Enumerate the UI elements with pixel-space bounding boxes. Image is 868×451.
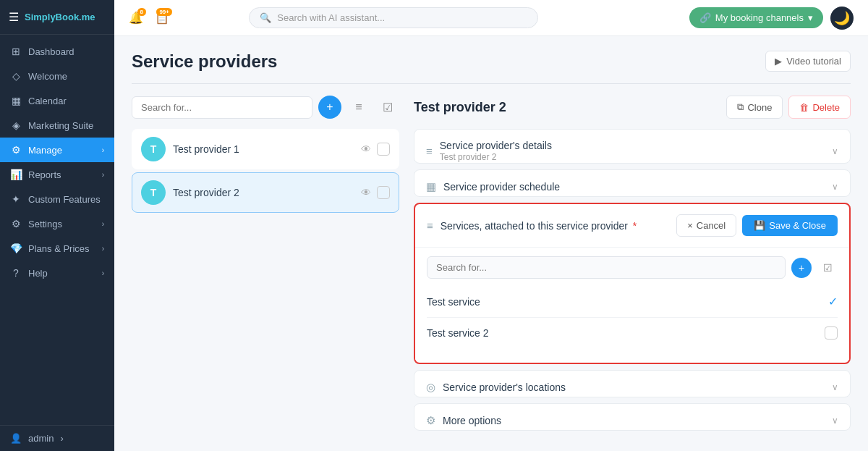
required-asterisk: * (633, 220, 637, 232)
delete-label: Delete (812, 102, 840, 113)
content: Service providers ▶ Video tutorial + ≡ ☑… (114, 36, 868, 451)
add-provider-button[interactable]: + (318, 96, 341, 119)
save-icon: 💾 (754, 220, 765, 231)
calendar-icon: ▦ (10, 95, 22, 106)
provider-checkbox[interactable] (377, 186, 390, 199)
section-details-header[interactable]: ≡ Service provider's details Test provid… (414, 130, 850, 164)
schedule-icon: ▦ (426, 180, 436, 193)
service-name: Test service (427, 296, 828, 308)
save-label: Save & Close (769, 220, 826, 231)
admin-icon: 👤 (10, 433, 22, 444)
chevron-down-icon: ∨ (832, 146, 838, 156)
services-cancel-button[interactable]: × Cancel (676, 214, 736, 237)
services-save-button[interactable]: 💾 Save & Close (742, 215, 838, 236)
clone-label: Clone (747, 102, 772, 113)
sidebar-item-dashboard[interactable]: ⊞ Dashboard (0, 39, 114, 64)
provider-item[interactable]: T Test provider 2 👁 (132, 172, 399, 213)
section-more: ⚙ More options ∨ (414, 403, 851, 431)
add-service-button[interactable]: + (791, 258, 812, 278)
chevron-down-icon: ∨ (832, 416, 838, 426)
delete-button[interactable]: 🗑 Delete (788, 96, 851, 119)
select-all-button[interactable]: ☑ (376, 96, 399, 119)
search-bar[interactable]: 🔍 Search with AI assistant... (249, 7, 538, 28)
chevron-right-icon: › (102, 245, 104, 253)
service-checkbox[interactable] (825, 326, 838, 340)
video-tutorial-button[interactable]: ▶ Video tutorial (765, 51, 851, 72)
topbar-right: 🔗 My booking channels ▾ 🌙 (689, 7, 854, 30)
clone-button[interactable]: ⧉ Clone (726, 96, 783, 119)
main-area: 🔔 8 📋 99+ 🔍 Search with AI assistant... … (114, 0, 868, 451)
detail-header: Test provider 2 ⧉ Clone 🗑 Delete (414, 96, 851, 119)
list-view-button[interactable]: ≡ (347, 96, 370, 119)
sidebar-item-label: Calendar (28, 96, 67, 106)
sidebar-header: ☰ SimplyBook.me (0, 0, 114, 35)
panel-toolbar: + ≡ ☑ (132, 96, 399, 119)
sidebar-item-marketing[interactable]: ◈ Marketing Suite (0, 113, 114, 138)
clone-icon: ⧉ (737, 101, 744, 113)
chevron-down-icon: ▾ (808, 12, 813, 23)
x-icon: × (687, 220, 693, 231)
location-icon: ◎ (426, 381, 435, 394)
section-services-header[interactable]: ≡ Services, attached to this service pro… (415, 204, 849, 248)
play-icon: ▶ (775, 56, 782, 67)
chevron-right-icon: › (102, 220, 104, 228)
section-schedule-header[interactable]: ▦ Service provider schedule ∨ (414, 170, 850, 197)
eye-icon[interactable]: 👁 (361, 143, 371, 155)
provider-name: Test provider 2 (173, 187, 354, 198)
provider-name: Test provider 1 (173, 143, 354, 155)
chevron-right-icon: › (102, 146, 104, 154)
sidebar-item-settings[interactable]: ⚙ Settings › (0, 211, 114, 236)
sidebar-item-reports[interactable]: 📊 Reports › (0, 162, 114, 187)
sidebar-item-label: Marketing Suite (28, 120, 93, 131)
custom-icon: ✦ (10, 193, 22, 205)
sidebar-item-label: Reports (28, 169, 61, 180)
trash-icon: 🗑 (799, 102, 809, 113)
logo: SimplyBook.me (25, 12, 95, 22)
chevron-right-icon: › (60, 433, 63, 444)
chevron-down-icon: ∨ (832, 382, 838, 392)
admin-item[interactable]: 👤 admin › (10, 433, 104, 444)
topbar: 🔔 8 📋 99+ 🔍 Search with AI assistant... … (114, 0, 868, 36)
settings-icon: ⚙ (10, 218, 22, 229)
search-placeholder: Search with AI assistant... (277, 12, 385, 23)
select-all-services-button[interactable]: ☑ (817, 258, 838, 278)
services-search-input[interactable] (427, 256, 786, 279)
notification-bell[interactable]: 🔔 8 (129, 11, 143, 25)
providers-search-input[interactable] (132, 96, 312, 119)
page-header: Service providers ▶ Video tutorial (132, 51, 851, 72)
service-check-icon[interactable]: ✓ (828, 295, 838, 308)
sidebar-item-label: Manage (28, 145, 62, 156)
tasks-icon-wrapper[interactable]: 📋 99+ (155, 11, 169, 25)
sidebar-item-manage[interactable]: ⚙ Manage › (0, 138, 114, 162)
section-services-label: Services, attached to this service provi… (441, 220, 637, 232)
service-item: Test service ✓ (427, 286, 838, 318)
section-locations-label: Service provider's locations (443, 382, 825, 393)
detail-panel: Test provider 2 ⧉ Clone 🗑 Delete (414, 96, 851, 451)
sidebar-item-plans[interactable]: 💎 Plans & Prices › (0, 236, 114, 261)
eye-icon[interactable]: 👁 (361, 187, 371, 198)
sidebar-footer: 👤 admin › (0, 425, 114, 451)
section-services: ≡ Services, attached to this service pro… (414, 203, 851, 364)
booking-btn-label: My booking channels (715, 12, 804, 23)
services-expanded: + ☑ Test service ✓ Test service 2 (415, 256, 849, 360)
provider-checkbox[interactable] (377, 143, 390, 156)
sidebar-item-welcome[interactable]: ◇ Welcome (0, 64, 114, 88)
section-locations-header[interactable]: ◎ Service provider's locations ∨ (414, 371, 850, 397)
booking-channels-button[interactable]: 🔗 My booking channels ▾ (689, 7, 823, 28)
sidebar-item-label: Plans & Prices (28, 243, 90, 254)
chevron-right-icon: › (102, 269, 104, 277)
services-header-actions: × Cancel 💾 Save & Close (676, 214, 838, 237)
cancel-label: Cancel (697, 220, 726, 231)
sidebar-item-help[interactable]: ? Help › (0, 261, 114, 285)
section-details-label: Service provider's details (440, 140, 825, 151)
user-avatar-icon[interactable]: 🌙 (830, 7, 854, 30)
provider-item[interactable]: T Test provider 1 👁 (132, 129, 399, 169)
section-schedule-label: Service provider schedule (443, 181, 825, 193)
section-schedule: ▦ Service provider schedule ∨ (414, 169, 851, 197)
sidebar-item-calendar[interactable]: ▦ Calendar (0, 88, 114, 113)
section-locations-text: Service provider's locations (443, 382, 825, 393)
sidebar-item-custom[interactable]: ✦ Custom Features (0, 187, 114, 211)
hamburger-icon[interactable]: ☰ (9, 10, 19, 24)
section-more-header[interactable]: ⚙ More options ∨ (414, 404, 850, 431)
section-details-sublabel: Test provider 2 (440, 152, 825, 162)
